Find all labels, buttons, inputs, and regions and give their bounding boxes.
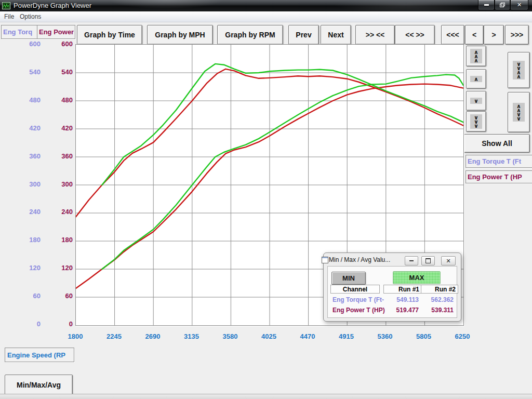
rpm-axis-tick: 3580 — [215, 332, 246, 340]
power-axis-tick: 60 — [43, 292, 73, 300]
torque-axis-tick: 300 — [10, 180, 41, 188]
power-axis-tick: 420 — [43, 124, 73, 132]
scroll-down-chevrons-icon: ∨ — [470, 98, 482, 104]
pan-far-right-button[interactable]: >>> — [505, 25, 529, 45]
minimize-icon — [484, 4, 489, 6]
column-header-channel[interactable]: Channel — [330, 285, 380, 294]
collapse-range-chevrons-icon: ∨∨∧∧ — [513, 61, 525, 79]
scroll-top-chevrons-icon: ∧∧∧ — [470, 49, 482, 63]
torque-axis-tick: 60 — [10, 292, 41, 300]
rpm-axis-tick: 1800 — [60, 332, 91, 340]
rpm-axis-tick: 2690 — [137, 332, 168, 340]
window-minimize-button[interactable] — [478, 0, 495, 10]
expand-range-chevrons-icon: ∧∧∨∨ — [513, 103, 525, 122]
scroll-bottom-chevrons-icon: ∨∨∨ — [470, 114, 482, 129]
torque-axis-tick: 600 — [10, 40, 41, 48]
prev-button[interactable]: Prev — [288, 25, 319, 45]
power-axis-tick: 240 — [43, 208, 73, 216]
pan-left-button[interactable]: < — [465, 25, 484, 45]
collapse-range-button[interactable]: ∨∨∧∧ — [508, 52, 530, 88]
window-close-button[interactable]: ✕ — [510, 0, 528, 10]
torque-axis-tick: 0 — [10, 320, 41, 328]
torque-axis-tick: 120 — [10, 264, 41, 272]
power-axis-label: Eng Power ( — [39, 28, 75, 36]
torque-axis-tick: 360 — [10, 152, 41, 160]
run2-value: 539.311 — [421, 307, 454, 314]
torque-axis-tick: 420 — [10, 124, 41, 132]
title-bar: PowerDyne Graph Viewer ✕ — [0, 0, 532, 11]
rpm-axis-tick: 5805 — [408, 332, 440, 340]
torque-axis-tick: 480 — [10, 96, 41, 104]
scroll-up-chevrons-icon: ∧ — [470, 76, 482, 82]
pan-far-left-button[interactable]: <<< — [441, 25, 464, 45]
power-axis-tick: 360 — [43, 152, 73, 160]
rpm-axis-tick: 4470 — [292, 332, 323, 340]
rpm-axis-tick: 4025 — [254, 332, 285, 340]
torque-axis-label: Eng Torq — [3, 28, 32, 36]
rpm-axis-tick: 2245 — [99, 332, 130, 340]
rpm-axis-tick: 3135 — [176, 332, 207, 340]
zoom-out-button[interactable]: << >> — [395, 25, 435, 45]
torque-axis-header[interactable]: Eng Torq — [1, 25, 38, 39]
power-axis-tick: 0 — [43, 320, 73, 328]
graph-by-rpm-button[interactable]: Graph by RPM — [217, 25, 283, 45]
zoom-in-button[interactable]: >> << — [355, 25, 395, 45]
torque-axis-tick: 240 — [10, 208, 41, 216]
rpm-axis-tick: 5360 — [369, 332, 401, 340]
graph-by-mph-button[interactable]: Graph by MPH — [147, 25, 213, 45]
close-icon: ✕ — [517, 2, 522, 8]
torque-axis-tick: 180 — [10, 236, 41, 244]
menu-bar: File Options — [0, 11, 532, 22]
minmax-content: MIN MAX Channel Run #1 Run #2 Eng Torque… — [327, 266, 457, 318]
close-icon: ✕ — [446, 258, 450, 264]
rpm-axis-tick: 4915 — [331, 332, 362, 340]
channel-button-power[interactable]: Eng Power T (HP — [466, 170, 532, 183]
minmax-minimize-button[interactable] — [405, 256, 418, 265]
scroll-up-button[interactable]: ∧ — [466, 69, 486, 89]
torque-axis-tick: 540 — [10, 68, 41, 76]
window-restore-button[interactable] — [495, 0, 510, 10]
minmax-values-window[interactable]: Min / Max / Avg Valu... ✕ MIN MAX Channe… — [323, 252, 461, 322]
run1-value: 549.113 — [383, 296, 419, 303]
power-axis-tick: 120 — [43, 264, 73, 272]
power-axis-tick: 300 — [43, 180, 73, 188]
minmax-close-button[interactable]: ✕ — [441, 256, 456, 265]
max-toggle-button[interactable]: MAX — [393, 271, 441, 284]
column-header-run1[interactable]: Run #1 — [383, 285, 422, 294]
menu-options[interactable]: Options — [20, 13, 41, 20]
minmax-window-title: Min / Max / Avg Valu... — [329, 256, 390, 263]
minmaxavg-button[interactable]: Min/Max/Avg — [5, 375, 73, 395]
powerdyne-window: PowerDyne Graph Viewer ✕ File Options En… — [0, 0, 532, 399]
scroll-top-button[interactable]: ∧∧∧ — [466, 46, 486, 66]
graph-by-time-button[interactable]: Graph by Time — [77, 25, 142, 45]
power-axis-header[interactable]: Eng Power ( — [37, 25, 75, 39]
min-toggle-button[interactable]: MIN — [331, 272, 366, 285]
run1-value: 519.477 — [383, 307, 419, 314]
show-all-button[interactable]: Show All — [464, 134, 530, 153]
run2-value: 562.362 — [421, 296, 454, 303]
channel-button-torque[interactable]: Eng Torque T (Ft — [466, 155, 532, 168]
expand-range-button[interactable]: ∧∧∨∨ — [508, 92, 530, 132]
x-axis-channel-box[interactable]: Engine Speed (RP — [5, 348, 74, 362]
menu-file[interactable]: File — [4, 13, 14, 20]
next-button[interactable]: Next — [321, 25, 351, 45]
restore-icon — [500, 3, 505, 7]
form-icon — [322, 257, 328, 263]
minmax-restore-button[interactable] — [421, 256, 435, 265]
minimize-icon — [409, 260, 414, 261]
column-header-run2[interactable]: Run #2 — [421, 285, 458, 294]
power-axis-tick: 180 — [43, 236, 73, 244]
power-axis-tick: 480 — [43, 96, 73, 104]
pan-right-button[interactable]: > — [484, 25, 504, 45]
window-bottom-edge — [0, 394, 532, 399]
rpm-axis-tick: 6250 — [447, 332, 478, 340]
scroll-down-button[interactable]: ∨ — [466, 91, 486, 111]
power-axis-tick: 600 — [43, 40, 73, 48]
restore-icon — [425, 258, 431, 263]
window-title: PowerDyne Graph Viewer — [14, 2, 91, 9]
curve-run-2-eng-power-t-hp-tte710-cts-intake-port-match — [102, 75, 463, 269]
app-oscilloscope-icon — [2, 2, 10, 10]
power-axis-tick: 540 — [43, 68, 73, 76]
scroll-bottom-button[interactable]: ∨∨∨ — [466, 111, 486, 132]
